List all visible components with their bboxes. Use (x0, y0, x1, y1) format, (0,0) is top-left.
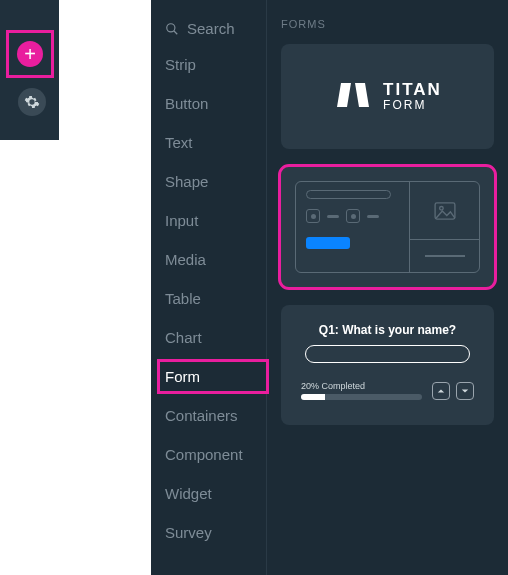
schema-dash-1 (327, 215, 339, 218)
form-card-survey[interactable]: Q1: What is your name? 20% Completed (281, 305, 494, 425)
search-row[interactable]: Search (151, 12, 266, 45)
schema-preview (295, 181, 480, 273)
schema-right (409, 182, 479, 272)
titan-line1: TITAN (383, 81, 442, 100)
schema-options-row (306, 209, 399, 223)
schema-field-outline (306, 190, 391, 199)
search-icon (165, 22, 179, 36)
category-shape[interactable]: Shape (151, 162, 266, 201)
plus-icon: + (24, 44, 36, 64)
schema-bottom-line (425, 255, 465, 257)
form-card-layout[interactable] (281, 167, 494, 287)
schema-dash-2 (367, 215, 379, 218)
schema-submit-chip (306, 237, 350, 249)
category-component[interactable]: Component (151, 435, 266, 474)
schema-radio-2 (346, 209, 360, 223)
survey-progress-fill (301, 394, 325, 400)
chevron-up-icon (437, 387, 445, 395)
schema-bottom-cell (410, 240, 479, 272)
category-chart[interactable]: Chart (151, 318, 266, 357)
category-text[interactable]: Text (151, 123, 266, 162)
schema-radio-1 (306, 209, 320, 223)
survey-prev-button[interactable] (432, 382, 450, 400)
svg-point-3 (439, 206, 443, 210)
category-list: Search Strip Button Text Shape Input Med… (151, 0, 267, 575)
form-card-titan[interactable]: TITAN FORM (281, 44, 494, 149)
category-table[interactable]: Table (151, 279, 266, 318)
image-icon (434, 202, 456, 220)
titan-text: TITAN FORM (383, 81, 442, 113)
survey-nav (432, 382, 474, 400)
add-button-highlight: + (6, 30, 54, 78)
chevron-down-icon (461, 387, 469, 395)
add-button[interactable]: + (17, 41, 43, 67)
settings-button[interactable] (18, 88, 46, 116)
category-media[interactable]: Media (151, 240, 266, 279)
category-survey[interactable]: Survey (151, 513, 266, 552)
add-panel: Search Strip Button Text Shape Input Med… (151, 0, 508, 575)
section-title: FORMS (281, 18, 494, 30)
survey-footer: 20% Completed (301, 381, 474, 400)
category-containers[interactable]: Containers (151, 396, 266, 435)
schema-image-cell (410, 182, 479, 240)
category-strip[interactable]: Strip (151, 45, 266, 84)
svg-line-1 (174, 30, 178, 34)
survey-input-preview (305, 345, 470, 363)
titan-line2: FORM (383, 99, 442, 112)
left-rail: + (0, 0, 59, 140)
svg-point-0 (167, 23, 175, 31)
survey-next-button[interactable] (456, 382, 474, 400)
survey-question: Q1: What is your name? (301, 323, 474, 337)
gear-icon (24, 94, 40, 110)
category-widget[interactable]: Widget (151, 474, 266, 513)
titan-logo-icon (333, 75, 373, 119)
survey-progress-bar (301, 394, 422, 400)
schema-left (296, 182, 409, 272)
content-column: FORMS TITAN FORM (267, 0, 508, 575)
search-label: Search (187, 20, 235, 37)
survey-progress: 20% Completed (301, 381, 422, 400)
category-button[interactable]: Button (151, 84, 266, 123)
survey-progress-label: 20% Completed (301, 381, 422, 391)
category-input[interactable]: Input (151, 201, 266, 240)
category-form[interactable]: Form (151, 357, 266, 396)
